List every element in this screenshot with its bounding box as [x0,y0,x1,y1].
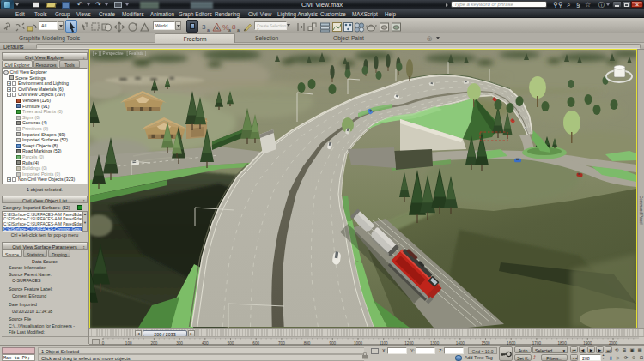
svg-text:[ + ] [ Perspective ] [ Realis: [ + ] [ Perspective ] [ Realistic ] [93,51,146,56]
svg-text:8: 8 [232,23,236,31]
svg-text:A: A [216,26,219,31]
svg-text:a: a [207,27,210,33]
svg-text:a: a [237,27,240,33]
svg-text:3: 3 [202,23,206,31]
